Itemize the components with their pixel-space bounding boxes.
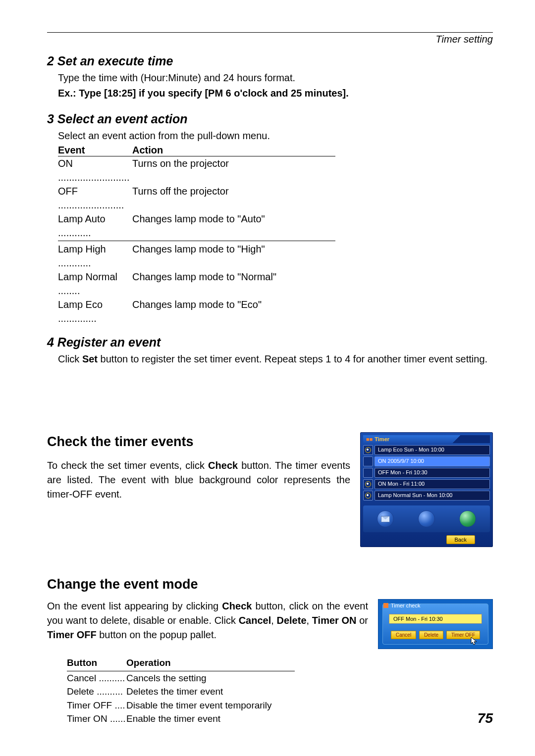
action-cell: Changes lamp mode to "Eco" bbox=[132, 298, 335, 325]
step4-text: Click Set button to register the set tim… bbox=[58, 353, 493, 366]
event-cell: Lamp Normal ........ bbox=[58, 270, 132, 298]
timer-event-label: ON 2005/9/7 10:00 bbox=[374, 456, 490, 466]
timer-event-label: ON Mon - Fri 11:00 bbox=[374, 479, 490, 489]
ch-t1: On the event list appearing by clicking bbox=[47, 601, 222, 611]
table-row: Timer ON ......Enable the timer event bbox=[67, 712, 295, 726]
timer-panel-title: ■■Timer bbox=[363, 435, 490, 443]
ch-b5: Timer OFF bbox=[47, 629, 97, 640]
page-number: 75 bbox=[478, 710, 493, 726]
timer-event-row[interactable]: Lamp Eco Sun - Mon 10:00 bbox=[363, 445, 490, 455]
timer-title-text: Timer bbox=[374, 436, 389, 442]
table-row: Lamp Normal ........Changes lamp mode to… bbox=[58, 270, 335, 298]
event-cell: OFF ........................ bbox=[58, 184, 132, 212]
table-row: Lamp High ............Changes lamp mode … bbox=[58, 242, 335, 270]
timer-event-row[interactable]: OFF Mon - Fri 10:30 bbox=[363, 468, 490, 478]
timer-panel-screenshot: ■■Timer Lamp Eco Sun - Mon 10:00ON 2005/… bbox=[360, 432, 493, 547]
event-col-header: Event bbox=[58, 145, 132, 156]
clock-on-icon bbox=[363, 445, 373, 455]
step4-bold: Set bbox=[82, 353, 98, 364]
event-cell: Lamp Auto ............ bbox=[58, 212, 132, 240]
ch-b4: Timer ON bbox=[312, 615, 357, 626]
table-row: OFF ........................Turns off th… bbox=[58, 184, 335, 212]
table-separator bbox=[58, 241, 335, 241]
table-row: Cancel ..........Cancels the setting bbox=[67, 671, 295, 685]
table-row: Lamp Eco ..............Changes lamp mode… bbox=[58, 298, 335, 325]
ch-t4: , bbox=[307, 615, 312, 626]
timer-check-label: Timer check bbox=[383, 603, 421, 608]
table-row: Delete ..........Deletes the timer event bbox=[67, 685, 295, 699]
table-row: Lamp Auto ............Changes lamp mode … bbox=[58, 212, 335, 240]
action-cell: Turns on the projector bbox=[132, 156, 335, 184]
ch-b2: Cancel bbox=[239, 615, 271, 626]
change-heading: Change the event mode bbox=[47, 577, 493, 592]
tool-icon-2[interactable] bbox=[418, 510, 435, 527]
back-button[interactable]: Back bbox=[446, 535, 475, 544]
step3-intro: Select an event action from the pull-dow… bbox=[58, 129, 493, 143]
timer-check-field: OFF Mon - Fri 10:30 bbox=[389, 614, 482, 624]
clock-on-icon bbox=[363, 491, 373, 501]
action-cell: Changes lamp mode to "Normal" bbox=[132, 270, 335, 298]
timer-event-row[interactable]: Lamp Normal Sun - Mon 10:00 bbox=[363, 491, 490, 501]
ch-t6: button on the popup pallet. bbox=[97, 629, 216, 640]
button-cell: Cancel .......... bbox=[67, 671, 126, 685]
step2-line1: Type the time with (Hour:Minute) and 24 … bbox=[58, 71, 493, 85]
timer-event-label: Lamp Normal Sun - Mon 10:00 bbox=[374, 491, 490, 501]
ch-t5: or bbox=[357, 615, 368, 626]
check-t1: To check the set timer events, click bbox=[47, 460, 208, 471]
operation-cell: Cancels the setting bbox=[126, 671, 295, 685]
timer-toolbar bbox=[363, 505, 490, 532]
event-cell: ON .......................... bbox=[58, 156, 132, 184]
action-cell: Changes lamp mode to "High" bbox=[132, 242, 335, 270]
ch-t3: , bbox=[271, 615, 276, 626]
check-heading: Check the timer events bbox=[47, 432, 350, 452]
step2-line2: Ex.: Type [18:25] if you specify [PM 6 o… bbox=[58, 87, 493, 100]
delete-button[interactable]: Delete bbox=[419, 631, 443, 639]
event-cell: Lamp Eco .............. bbox=[58, 298, 132, 325]
clock-off-icon bbox=[363, 456, 373, 466]
operation-cell: Enable the timer event bbox=[126, 712, 295, 726]
button-col-header: Button bbox=[67, 656, 126, 670]
step4-pre: Click bbox=[58, 353, 82, 364]
top-rule bbox=[47, 32, 493, 33]
button-cell: Delete .......... bbox=[67, 685, 126, 699]
check-text: To check the set timer events, click Che… bbox=[47, 458, 350, 502]
ch-b3: Delete bbox=[277, 615, 307, 626]
event-action-table: Event Action ON ........................… bbox=[58, 145, 335, 325]
tool-icon-3[interactable] bbox=[459, 510, 476, 527]
step4-post: button to register the set timer event. … bbox=[98, 353, 487, 364]
step4-heading: 4 Register an event bbox=[47, 335, 493, 350]
table-row: Timer OFF ....Disable the timer event te… bbox=[67, 699, 295, 712]
step3-heading: 3 Select an event action bbox=[47, 112, 493, 126]
action-cell: Turns off the projector bbox=[132, 184, 335, 212]
timer-event-row[interactable]: ON Mon - Fri 11:00 bbox=[363, 479, 490, 489]
step2-heading: 2 Set an execute time bbox=[47, 54, 493, 68]
button-cell: Timer ON ...... bbox=[67, 712, 126, 726]
clock-on-icon bbox=[363, 479, 373, 489]
clock-off-icon bbox=[363, 468, 373, 478]
timer-event-row[interactable]: ON 2005/9/7 10:00 bbox=[363, 456, 490, 466]
operation-cell: Disable the timer event temporarily bbox=[126, 699, 295, 712]
timer-event-label: Lamp Eco Sun - Mon 10:00 bbox=[374, 445, 490, 455]
event-cell: Lamp High ............ bbox=[58, 242, 132, 270]
action-cell: Changes lamp mode to "Auto" bbox=[132, 212, 335, 240]
timer-event-label: OFF Mon - Fri 10:30 bbox=[374, 468, 490, 478]
action-col-header: Action bbox=[132, 145, 335, 156]
mail-icon[interactable] bbox=[377, 510, 394, 527]
cursor-icon bbox=[471, 637, 478, 646]
button-cell: Timer OFF .... bbox=[67, 699, 126, 712]
operation-col-header: Operation bbox=[126, 656, 295, 670]
ch-b1: Check bbox=[222, 601, 252, 611]
running-header: Timer setting bbox=[47, 34, 493, 45]
operation-cell: Deletes the timer event bbox=[126, 685, 295, 699]
button-operation-table: Button Operation Cancel ..........Cancel… bbox=[67, 656, 295, 726]
timer-check-popup: Timer check OFF Mon - Fri 10:30 Cancel D… bbox=[378, 599, 493, 649]
table-row: ON ..........................Turns on th… bbox=[58, 156, 335, 184]
change-text: On the event list appearing by clicking … bbox=[47, 599, 368, 642]
cancel-button[interactable]: Cancel bbox=[391, 631, 416, 639]
check-bold: Check bbox=[208, 460, 238, 471]
